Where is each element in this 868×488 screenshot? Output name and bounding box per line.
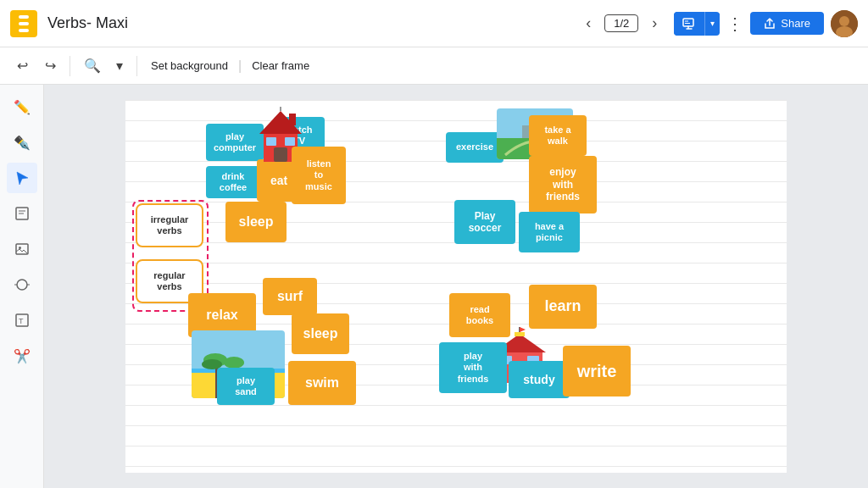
card-sleep-1[interactable]: sleep — [225, 202, 287, 242]
zoom-dropdown-button[interactable]: ▾ — [109, 54, 130, 77]
card-listen-to-music[interactable]: listentomusic — [292, 147, 346, 204]
card-surf[interactable]: surf — [263, 278, 317, 315]
present-dropdown-button[interactable]: ▾ — [705, 14, 720, 33]
card-irregular-verbs[interactable]: irregularverbs — [136, 203, 203, 247]
svg-point-6 — [839, 16, 849, 26]
zoom-button[interactable]: 🔍 — [77, 54, 108, 77]
image-button[interactable] — [7, 234, 37, 264]
card-write[interactable]: write — [563, 346, 631, 396]
clear-frame-button[interactable]: Clear frame — [245, 56, 316, 75]
card-play-soccer[interactable]: Playsoccer — [454, 200, 515, 244]
sticky-note-button[interactable] — [7, 198, 37, 229]
laser-pointer-button[interactable]: ✂️ — [7, 341, 37, 371]
topbar: Verbs- Maxi ‹ 1/2 › ▾ ⋮ Share — [0, 0, 868, 47]
main-area: ✏️ ✒️ T ✂️ irregularverbs — [0, 85, 868, 488]
card-learn[interactable]: learn — [529, 285, 597, 329]
user-avatar[interactable] — [831, 10, 858, 37]
select-tool-button[interactable] — [7, 163, 37, 193]
svg-rect-4 — [683, 19, 693, 26]
canvas[interactable]: irregularverbs regularverbs playcomputer… — [125, 100, 787, 473]
card-enjoy-with-friends[interactable]: enjoywithfriends — [529, 156, 597, 214]
canvas-area: irregularverbs regularverbs playcomputer… — [44, 85, 868, 488]
text-box-button[interactable]: T — [7, 305, 37, 336]
document-title: Verbs- Maxi — [47, 14, 569, 32]
share-label: Share — [781, 17, 810, 30]
svg-rect-18 — [274, 147, 287, 162]
svg-point-10 — [19, 247, 21, 249]
svg-rect-3 — [19, 29, 29, 32]
svg-marker-42 — [520, 327, 526, 332]
redo-button[interactable]: ↪ — [38, 54, 63, 77]
toolbar-divider-2 — [136, 56, 137, 76]
undo-button[interactable]: ↩ — [10, 54, 35, 77]
topbar-right: ▾ ⋮ Share — [674, 10, 858, 37]
svg-rect-39 — [517, 336, 521, 344]
card-play-with-friends[interactable]: playwithfriends — [439, 342, 507, 393]
next-page-button[interactable]: › — [645, 11, 664, 36]
app-logo — [10, 10, 37, 37]
svg-text:T: T — [19, 317, 24, 325]
pen-tool-button[interactable]: ✏️ — [7, 92, 37, 122]
set-background-button[interactable]: Set background — [144, 56, 235, 75]
prev-page-button[interactable]: ‹ — [579, 11, 598, 36]
svg-rect-1 — [19, 15, 29, 19]
toolbar-divider-1 — [70, 56, 70, 76]
svg-rect-21 — [289, 114, 296, 125]
zoom-control[interactable]: 🔍 ▾ — [77, 54, 130, 77]
left-sidebar: ✏️ ✒️ T ✂️ — [0, 85, 44, 488]
card-sleep-2[interactable]: sleep — [292, 313, 349, 354]
card-swim[interactable]: swim — [288, 361, 356, 405]
svg-rect-2 — [19, 22, 29, 25]
card-play-sand[interactable]: playsand — [217, 368, 275, 405]
card-take-a-walk[interactable]: take awalk — [529, 115, 587, 156]
share-button[interactable]: Share — [750, 12, 824, 35]
svg-rect-40 — [515, 332, 525, 336]
svg-rect-20 — [285, 137, 295, 146]
card-study[interactable]: study — [509, 361, 570, 398]
marker-tool-button[interactable]: ✒️ — [7, 127, 37, 158]
circle-tool-button[interactable] — [7, 269, 37, 300]
svg-rect-19 — [266, 137, 276, 146]
card-have-a-picnic[interactable]: have apicnic — [519, 212, 580, 252]
present-button[interactable] — [674, 12, 704, 36]
toolbar: ↩ ↪ 🔍 ▾ Set background | Clear frame — [0, 47, 868, 85]
nav-controls: ‹ 1/2 › — [579, 11, 664, 36]
more-options-button[interactable]: ⋮ — [726, 14, 743, 34]
toolbar-separator: | — [238, 58, 242, 74]
svg-point-11 — [17, 280, 27, 290]
svg-point-33 — [224, 357, 244, 369]
page-indicator: 1/2 — [604, 14, 638, 32]
card-drink-coffee[interactable]: drinkcoffee — [206, 166, 260, 198]
card-exercise[interactable]: exercise — [446, 132, 504, 163]
